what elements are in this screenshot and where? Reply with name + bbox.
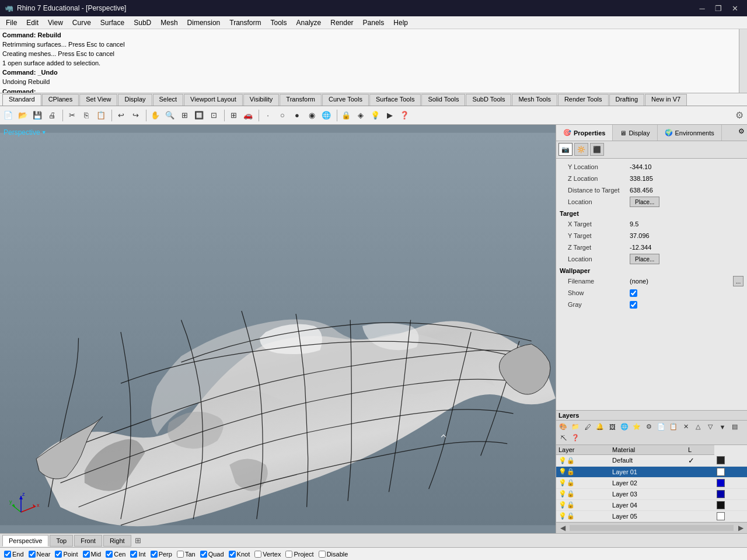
layer-row-0[interactable]: 💡🔒Default✓ [556,454,747,466]
layer-filter-icon[interactable]: ▼ [717,422,728,432]
layer-bell-icon[interactable]: 🔔 [594,422,606,432]
toolbar-tab-surface-tools[interactable]: Surface Tools [369,94,421,106]
toolbar-tab-solid-tools[interactable]: Solid Tools [421,94,465,106]
snap-point[interactable]: Point [53,551,79,558]
snap-vertex[interactable]: Vertex [253,551,282,558]
toolbar-tab-mesh-tools[interactable]: Mesh Tools [512,94,557,106]
snap-mid[interactable]: Mid [81,551,103,558]
zoom-selected-icon[interactable]: ⊡ [207,108,221,123]
snap-end[interactable]: End [2,551,26,558]
snap-checkbox-int[interactable] [130,551,137,558]
menu-item-view[interactable]: View [43,18,68,28]
lock-icon[interactable]: 🔒 [339,108,353,123]
help-icon[interactable]: ❓ [397,108,411,123]
snap-int[interactable]: Int [128,551,147,558]
menu-item-panels[interactable]: Panels [358,18,389,28]
layer-name-1[interactable]: Layer 01 [610,466,686,477]
command-scrollbar[interactable] [739,29,747,93]
pan-icon[interactable]: ✋ [148,108,162,123]
layer-name-4[interactable]: Layer 04 [610,499,686,510]
minimize-button[interactable]: ─ [694,2,710,15]
subtab-camera[interactable]: 📷 [558,143,573,156]
render-icon[interactable]: ▶ [383,108,397,123]
globe-icon[interactable]: 🌐 [319,108,333,123]
maximize-viewport-button[interactable]: ⊞ [135,536,141,545]
snap-knot[interactable]: Knot [227,551,252,558]
new-icon[interactable]: 📄 [1,108,15,123]
sphere-icon[interactable]: ◉ [305,108,319,123]
toolbar-tab-select[interactable]: Select [153,94,184,106]
menu-item-mesh[interactable]: Mesh [156,18,182,28]
tab-environments[interactable]: 🌍 Environments [658,125,722,141]
menu-item-analyze[interactable]: Analyze [292,18,326,28]
command-input[interactable] [37,88,153,93]
viewport[interactable]: Perspective ▼ [0,125,556,533]
toolbar-settings-icon[interactable]: ⚙ [733,110,746,121]
snap-near[interactable]: Near [27,551,53,558]
tab-display[interactable]: 🖥 Display [613,125,657,141]
menu-item-render[interactable]: Render [326,18,358,28]
layers-scroll-left[interactable]: ◀ [557,523,568,533]
target-place-button[interactable]: Place... [630,254,659,264]
layer-star-icon[interactable]: ⭐ [631,422,643,432]
layer-help-icon[interactable]: ❓ [570,433,581,443]
snap-quad[interactable]: Quad [198,551,226,558]
bottom-tab-perspective[interactable]: Perspective [2,535,48,547]
menu-item-subd[interactable]: SubD [129,18,156,28]
toolbar-tab-drafting[interactable]: Drafting [609,94,645,106]
light-icon[interactable]: 💡 [368,108,382,123]
layer-up-icon[interactable]: △ [692,422,704,432]
layers-scroll-right[interactable]: ▶ [735,523,746,533]
car-icon[interactable]: 🚗 [241,108,255,123]
layer-copy-icon[interactable]: 📋 [668,422,679,432]
tab-properties[interactable]: 🎯 Properties [556,125,613,141]
menu-item-file[interactable]: File [1,18,22,28]
layer-row-4[interactable]: 💡🔒Layer 04 [556,499,747,510]
toolbar-tab-transform[interactable]: Transform [280,94,322,106]
zoom-window-icon[interactable]: 🔲 [192,108,206,123]
toolbar-tab-visibility[interactable]: Visibility [243,94,280,106]
layer-prop1-icon[interactable]: ▤ [729,422,741,432]
grid-icon[interactable]: ⊞ [226,108,240,123]
snap-checkbox-tan[interactable] [177,551,184,558]
toolbar-tab-standard[interactable]: Standard [2,94,41,106]
bottom-tab-top[interactable]: Top [50,535,73,547]
zoom-icon[interactable]: 🔍 [163,108,177,123]
snap-checkbox-disable[interactable] [319,551,326,558]
layer-globe-icon[interactable]: 🌐 [619,422,630,432]
gray-checkbox[interactable] [630,301,637,309]
layer-name-0[interactable]: Default [610,454,686,466]
layer-row-1[interactable]: 💡🔒Layer 01 [556,466,747,477]
menu-item-transform[interactable]: Transform [225,18,266,28]
viewport-dropdown-arrow[interactable]: ▼ [41,130,47,135]
toolbar-tab-new-in-v7[interactable]: New in V7 [645,94,687,106]
circle-solid-icon[interactable]: ● [290,108,304,123]
menu-item-dimension[interactable]: Dimension [183,18,225,28]
snap-checkbox-vertex[interactable] [254,551,261,558]
bottom-tab-right[interactable]: Right [103,535,131,547]
menu-item-tools[interactable]: Tools [266,18,292,28]
layer-name-5[interactable]: Layer 05 [610,510,686,522]
layer-name-2[interactable]: Layer 02 [610,477,686,488]
snap-project[interactable]: Project [284,551,315,558]
save-icon[interactable]: 💾 [30,108,44,123]
close-button[interactable]: ✕ [727,2,742,15]
layer-name-3[interactable]: Layer 03 [610,488,686,499]
bottom-tab-front[interactable]: Front [74,535,102,547]
show-checkbox[interactable] [630,289,637,297]
toolbar-tab-curve-tools[interactable]: Curve Tools [322,94,369,106]
toolbar-tab-subd-tools[interactable]: SubD Tools [466,94,511,106]
toolbar-tab-cplanes[interactable]: CPlanes [42,94,79,106]
layer-prop2-icon[interactable]: ⛏ [557,433,569,443]
layer-image-icon[interactable]: 🖼 [606,422,618,432]
toolbar-tab-render-tools[interactable]: Render Tools [558,94,609,106]
point-icon[interactable]: · [261,108,275,123]
menu-item-help[interactable]: Help [389,18,413,28]
redo-icon[interactable]: ↪ [128,108,142,123]
snap-cen[interactable]: Cen [104,551,127,558]
circle-icon[interactable]: ○ [275,108,289,123]
menu-item-curve[interactable]: Curve [68,18,96,28]
camera-place-button[interactable]: Place... [630,197,659,207]
layer-new-icon[interactable]: 📄 [655,422,667,432]
material-icon[interactable]: ◈ [354,108,368,123]
